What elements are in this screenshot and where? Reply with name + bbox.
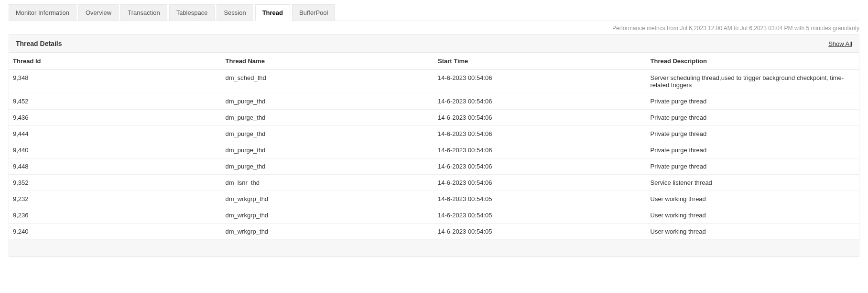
thread-name-cell: dm_wrkgrp_thd bbox=[222, 207, 434, 224]
thread-description-cell: User working thread bbox=[647, 224, 859, 240]
thread-name-cell: dm_purge_thd bbox=[222, 158, 434, 175]
tab-bufferpool[interactable]: BufferPool bbox=[292, 4, 335, 21]
thread-id-cell: 9,236 bbox=[9, 207, 222, 224]
col-header-start-time[interactable]: Start Time bbox=[434, 53, 647, 70]
thread-description-cell: Private purge thread bbox=[647, 126, 859, 142]
start-time-cell: 14-6-2023 00:54:06 bbox=[434, 70, 647, 93]
thread-description-cell: Private purge thread bbox=[647, 110, 859, 126]
tab-overview[interactable]: Overview bbox=[78, 4, 119, 21]
col-header-thread-description[interactable]: Thread Description bbox=[647, 53, 859, 70]
thread-id-cell: 9,448 bbox=[9, 158, 222, 175]
thread-description-cell: Private purge thread bbox=[647, 93, 859, 110]
table-row[interactable]: 9,440dm_purge_thd14-6-2023 00:54:06Priva… bbox=[9, 142, 859, 158]
start-time-cell: 14-6-2023 00:54:05 bbox=[434, 207, 647, 224]
thread-id-cell: 9,452 bbox=[9, 93, 222, 110]
panel-header: Thread Details Show All bbox=[9, 35, 859, 53]
table-row[interactable]: 9,236dm_wrkgrp_thd14-6-2023 00:54:05User… bbox=[9, 207, 859, 224]
thread-name-cell: dm_purge_thd bbox=[222, 142, 434, 158]
col-header-thread-name[interactable]: Thread Name bbox=[222, 53, 434, 70]
start-time-cell: 14-6-2023 00:54:06 bbox=[434, 110, 647, 126]
table-header-row: Thread Id Thread Name Start Time Thread … bbox=[9, 53, 859, 70]
tab-monitor-information[interactable]: Monitor Information bbox=[9, 4, 76, 21]
panel-title: Thread Details bbox=[16, 40, 62, 47]
thread-description-cell: Server scheduling thread,used to trigger… bbox=[647, 70, 859, 93]
show-all-link[interactable]: Show All bbox=[828, 40, 852, 47]
thread-description-cell: Service listener thread bbox=[647, 175, 859, 191]
table-row[interactable]: 9,348dm_sched_thd14-6-2023 00:54:06Serve… bbox=[9, 70, 859, 93]
tab-session[interactable]: Session bbox=[217, 4, 253, 21]
tab-transaction[interactable]: Transaction bbox=[120, 4, 167, 21]
thread-id-cell: 9,444 bbox=[9, 126, 222, 142]
table-row[interactable]: 9,448dm_purge_thd14-6-2023 00:54:06Priva… bbox=[9, 158, 859, 175]
thread-id-cell: 9,436 bbox=[9, 110, 222, 126]
thread-description-cell: User working thread bbox=[647, 207, 859, 224]
table-row[interactable]: 9,436dm_purge_thd14-6-2023 00:54:06Priva… bbox=[9, 110, 859, 126]
start-time-cell: 14-6-2023 00:54:06 bbox=[434, 142, 647, 158]
thread-description-cell: Private purge thread bbox=[647, 142, 859, 158]
thread-name-cell: dm_purge_thd bbox=[222, 126, 434, 142]
thread-description-cell: User working thread bbox=[647, 191, 859, 207]
thread-id-cell: 9,348 bbox=[9, 70, 222, 93]
start-time-cell: 14-6-2023 00:54:06 bbox=[434, 93, 647, 110]
thread-name-cell: dm_wrkgrp_thd bbox=[222, 191, 434, 207]
start-time-cell: 14-6-2023 00:54:06 bbox=[434, 175, 647, 191]
thread-id-cell: 9,232 bbox=[9, 191, 222, 207]
table-row[interactable]: 9,240dm_wrkgrp_thd14-6-2023 00:54:05User… bbox=[9, 224, 859, 240]
thread-name-cell: dm_wrkgrp_thd bbox=[222, 224, 434, 240]
thread-name-cell: dm_sched_thd bbox=[222, 70, 434, 93]
thread-description-cell: Private purge thread bbox=[647, 158, 859, 175]
table-row[interactable]: 9,232dm_wrkgrp_thd14-6-2023 00:54:05User… bbox=[9, 191, 859, 207]
tab-tablespace[interactable]: Tablespace bbox=[169, 4, 215, 21]
metrics-info-text: Performance metrics from Jul 6,2023 12:0… bbox=[9, 25, 859, 32]
thread-id-cell: 9,240 bbox=[9, 224, 222, 240]
start-time-cell: 14-6-2023 00:54:06 bbox=[434, 158, 647, 175]
thread-name-cell: dm_lsnr_thd bbox=[222, 175, 434, 191]
thread-table: Thread Id Thread Name Start Time Thread … bbox=[9, 53, 859, 240]
thread-id-cell: 9,352 bbox=[9, 175, 222, 191]
thread-details-panel: Thread Details Show All Thread Id Thread… bbox=[9, 34, 859, 257]
table-row[interactable]: 9,452dm_purge_thd14-6-2023 00:54:06Priva… bbox=[9, 93, 859, 110]
thread-id-cell: 9,440 bbox=[9, 142, 222, 158]
tab-thread[interactable]: Thread bbox=[255, 4, 290, 21]
tab-bar: Monitor InformationOverviewTransactionTa… bbox=[9, 4, 859, 21]
panel-footer bbox=[9, 240, 859, 256]
start-time-cell: 14-6-2023 00:54:06 bbox=[434, 126, 647, 142]
col-header-thread-id[interactable]: Thread Id bbox=[9, 53, 222, 70]
thread-name-cell: dm_purge_thd bbox=[222, 110, 434, 126]
table-row[interactable]: 9,444dm_purge_thd14-6-2023 00:54:06Priva… bbox=[9, 126, 859, 142]
start-time-cell: 14-6-2023 00:54:05 bbox=[434, 224, 647, 240]
table-row[interactable]: 9,352dm_lsnr_thd14-6-2023 00:54:06Servic… bbox=[9, 175, 859, 191]
start-time-cell: 14-6-2023 00:54:05 bbox=[434, 191, 647, 207]
thread-name-cell: dm_purge_thd bbox=[222, 93, 434, 110]
